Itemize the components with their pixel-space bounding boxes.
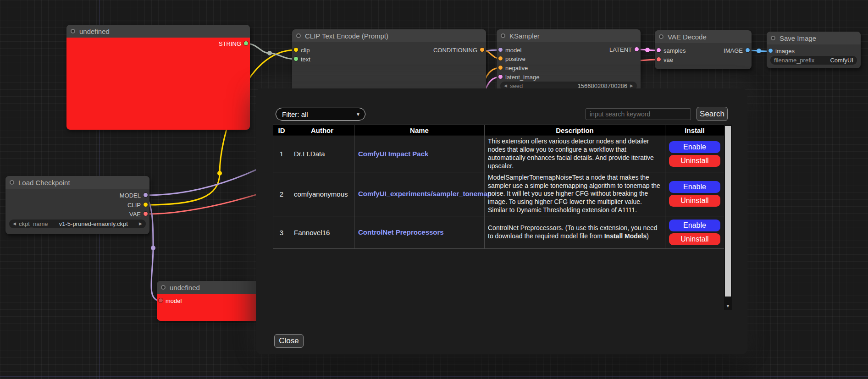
- output-slot-string[interactable]: STRING: [219, 39, 250, 48]
- slot-label: CONDITIONING: [433, 47, 477, 54]
- node-collapse-dot[interactable]: [10, 180, 14, 185]
- slot-dot-images[interactable]: [768, 49, 773, 53]
- slot-dot-vae[interactable]: [144, 212, 148, 216]
- input-slot-text[interactable]: text: [292, 55, 310, 64]
- filter-dropdown[interactable]: Filter: all ▼: [276, 108, 365, 121]
- node-collapse-dot[interactable]: [501, 33, 505, 38]
- slot-dot-positive[interactable]: [498, 56, 503, 60]
- node-header[interactable]: Load Checkpoint: [6, 176, 149, 189]
- table-row: 3 Fannovel16 ControlNet Preprocessors Co…: [273, 216, 724, 249]
- node-clip-text-encode[interactable]: CLIP Text Encode (Prompt) clip text COND…: [292, 29, 486, 98]
- node-ksampler[interactable]: KSampler model positive negative latent_…: [497, 29, 641, 93]
- widget-left-arrow-icon[interactable]: ◀: [504, 84, 507, 88]
- slot-dot-latent-image[interactable]: [498, 75, 503, 79]
- output-slot-latent[interactable]: LATENT: [609, 45, 641, 54]
- output-slot-conditioning[interactable]: CONDITIONING: [433, 45, 486, 55]
- header-install: Install: [665, 125, 724, 136]
- slot-dot-clip[interactable]: [144, 203, 148, 207]
- enable-button[interactable]: Enable: [669, 181, 720, 193]
- widget-right-arrow-icon[interactable]: ▶: [630, 84, 633, 88]
- slot-label: positive: [505, 55, 525, 62]
- slot-dot-string[interactable]: [244, 41, 248, 45]
- input-slot-negative[interactable]: negative: [497, 63, 528, 72]
- input-slot-model[interactable]: model: [497, 45, 521, 55]
- search-input[interactable]: [586, 108, 691, 120]
- enable-button[interactable]: Enable: [669, 141, 720, 153]
- wire-dot-clip: [217, 171, 222, 176]
- uninstall-button[interactable]: Uninstall: [669, 155, 720, 167]
- extension-name-link[interactable]: ComfyUI Impact Pack: [358, 150, 428, 158]
- row-install-cell: Enable Uninstall: [665, 216, 724, 249]
- node-collapse-dot[interactable]: [71, 29, 75, 33]
- output-slot-model[interactable]: MODEL: [120, 191, 149, 200]
- slot-label: samples: [663, 47, 686, 54]
- extensions-table: ID Author Name Description Install 1 Dr.…: [273, 125, 724, 249]
- node-vae-decode[interactable]: VAE Decode samples vae IMAGE: [655, 30, 752, 69]
- slot-dot-samples[interactable]: [657, 48, 661, 52]
- slot-dot-model[interactable]: [498, 48, 503, 52]
- node-header[interactable]: VAE Decode: [655, 30, 752, 43]
- scrollbar-down-icon[interactable]: ▼: [724, 302, 732, 310]
- node-header[interactable]: undefined: [66, 25, 250, 38]
- output-slot-clip[interactable]: CLIP: [127, 200, 149, 209]
- slot-dot-conditioning[interactable]: [480, 48, 484, 52]
- extension-name-link[interactable]: ComfyUI_experiments/sampler_tonemap: [358, 190, 492, 198]
- slot-label: latent_image: [505, 74, 539, 81]
- scrollbar-thumb[interactable]: [725, 126, 731, 297]
- wire-dot-latent: [645, 48, 650, 52]
- slot-dot-model[interactable]: [159, 298, 163, 302]
- wire-dot-image: [757, 49, 761, 53]
- node-collapse-dot[interactable]: [296, 33, 301, 38]
- wire-dot-string: [267, 51, 272, 55]
- node-collapse-dot[interactable]: [161, 285, 166, 290]
- node-title: Save Image: [780, 34, 816, 42]
- ckpt-name-widget[interactable]: ◀ ckpt_name v1-5-pruned-emaonly.ckpt ▶: [9, 220, 146, 228]
- output-slot-image[interactable]: IMAGE: [724, 46, 752, 55]
- widget-label: filename_prefix: [774, 57, 814, 64]
- input-slot-images[interactable]: images: [767, 46, 795, 55]
- node-collapse-dot[interactable]: [771, 36, 775, 40]
- search-button[interactable]: Search: [697, 107, 728, 121]
- row-description: ControlNet Preprocessors. (To use this e…: [485, 216, 665, 249]
- uninstall-button[interactable]: Uninstall: [669, 233, 720, 245]
- input-slot-clip[interactable]: clip: [292, 45, 310, 55]
- uninstall-button[interactable]: Uninstall: [669, 195, 720, 207]
- input-slot-model[interactable]: model: [157, 296, 182, 305]
- enable-button[interactable]: Enable: [669, 220, 720, 231]
- widget-value: ComfyUI: [817, 57, 853, 64]
- row-description: This extension offers various detector n…: [485, 136, 665, 172]
- close-button[interactable]: Close: [274, 334, 304, 348]
- slot-dot-text[interactable]: [294, 57, 298, 61]
- slot-dot-negative[interactable]: [498, 66, 503, 70]
- widget-left-arrow-icon[interactable]: ◀: [13, 222, 16, 226]
- widget-right-arrow-icon[interactable]: ▶: [139, 222, 142, 226]
- input-slot-samples[interactable]: samples: [655, 46, 686, 55]
- slot-dot-latent[interactable]: [635, 47, 639, 51]
- input-slot-latent-image[interactable]: latent_image: [497, 72, 539, 82]
- table-scrollbar[interactable]: ▼: [724, 125, 732, 310]
- node-undefined-top[interactable]: undefined STRING: [66, 25, 250, 130]
- output-slot-vae[interactable]: VAE: [129, 209, 149, 219]
- canvas-axis-horizontal: [0, 376, 868, 377]
- node-save-image[interactable]: Save Image images filename_prefix ComfyU…: [767, 32, 861, 68]
- header-author: Author: [290, 125, 354, 136]
- node-header[interactable]: KSampler: [497, 29, 641, 42]
- filename-prefix-widget[interactable]: filename_prefix ComfyUI: [770, 56, 857, 65]
- node-load-checkpoint[interactable]: Load Checkpoint MODEL CLIP VAE ◀ ckpt_na…: [6, 176, 149, 234]
- table-row: 2 comfyanonymous ComfyUI_experiments/sam…: [273, 172, 724, 216]
- header-id: ID: [273, 125, 290, 136]
- node-title: KSampler: [509, 32, 540, 40]
- node-collapse-dot[interactable]: [659, 34, 663, 39]
- slot-dot-clip[interactable]: [294, 48, 298, 52]
- slot-dot-model[interactable]: [144, 193, 148, 197]
- dropdown-caret-icon: ▼: [356, 112, 360, 117]
- input-slot-positive[interactable]: positive: [497, 54, 525, 63]
- slot-label: vae: [663, 56, 673, 63]
- input-slot-vae[interactable]: vae: [655, 55, 673, 64]
- node-header[interactable]: CLIP Text Encode (Prompt): [292, 29, 486, 42]
- slot-dot-image[interactable]: [746, 48, 750, 52]
- extension-name-link[interactable]: ControlNet Preprocessors: [358, 228, 444, 236]
- slot-dot-vae[interactable]: [657, 57, 661, 61]
- comfyui-canvas[interactable]: undefined STRING CLIP Text Encode (Promp…: [0, 0, 868, 379]
- node-header[interactable]: Save Image: [767, 32, 861, 44]
